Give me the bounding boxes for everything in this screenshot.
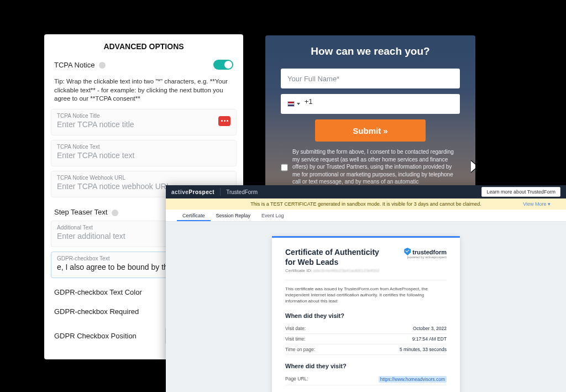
- doc-title: Certificate of Authenticity for Web Lead…: [285, 248, 379, 267]
- product-name: TrustedForm: [226, 189, 258, 195]
- us-flag-icon[interactable]: [287, 101, 295, 107]
- help-icon[interactable]: [99, 62, 106, 69]
- section-where: Where did they visit? Page URL:https://w…: [285, 363, 447, 385]
- section-when: When did they visit? Visit date:October …: [285, 312, 447, 355]
- form-preview: How can we reach you? Submit » By submit…: [265, 35, 475, 190]
- name-input[interactable]: [287, 75, 453, 83]
- tcpa-toggle[interactable]: [213, 60, 233, 70]
- tf-tabs: Certificate Session Replay Event Log: [166, 210, 566, 222]
- tcpa-tip: Tip: Wrap the clickable text into two "*…: [44, 73, 243, 109]
- tcpa-notice-label: TCPA Notice: [54, 61, 106, 69]
- chevron-down-icon[interactable]: [297, 103, 300, 105]
- certificate-document: Certificate of Authenticity for Web Lead…: [272, 236, 460, 392]
- help-icon[interactable]: [112, 210, 118, 216]
- shield-icon: [404, 248, 411, 255]
- trustedform-app: activeProspect TrustedForm Learn more ab…: [166, 185, 566, 392]
- phone-field[interactable]: [281, 94, 460, 114]
- tcpa-text-input[interactable]: [57, 150, 230, 160]
- tab-session-replay[interactable]: Session Replay: [211, 210, 256, 221]
- view-more-link[interactable]: View More ▾: [523, 201, 551, 207]
- phone-input[interactable]: [305, 97, 453, 111]
- name-field[interactable]: [281, 69, 460, 88]
- translate-icon[interactable]: [218, 116, 230, 126]
- tf-topbar: activeProspect TrustedForm Learn more ab…: [166, 185, 566, 198]
- tab-certificate[interactable]: Certificate: [177, 210, 211, 221]
- trustedform-logo: trustedform powered by activeprospect: [404, 248, 447, 259]
- doc-description: This certificate was issued by TrustedFo…: [285, 280, 447, 305]
- tcpa-text-field[interactable]: TCPA Notice Text: [51, 140, 237, 166]
- tcpa-title-field[interactable]: TCPA Notice Title: [51, 109, 237, 135]
- cert-id: Certificate ID: a8e3b4e4f0c23a41ad08123e…: [285, 268, 379, 273]
- test-banner: This is a TEST CERTIFICATE generated in …: [166, 198, 566, 210]
- tab-event-log[interactable]: Event Log: [256, 210, 290, 221]
- consent-block: By submitting the form above, I consent …: [281, 148, 460, 186]
- page-url-link[interactable]: https://www.homeadvisors.com: [379, 376, 447, 383]
- tcpa-title-input[interactable]: [57, 119, 230, 129]
- learn-more-button[interactable]: Learn more about TrustedForm: [481, 187, 560, 197]
- consent-checkbox[interactable]: [281, 149, 288, 186]
- form-title: How can we reach you?: [281, 45, 460, 58]
- panel-title: ADVANCED OPTIONS: [44, 34, 243, 56]
- speech-tail-icon: [471, 160, 475, 173]
- submit-button[interactable]: Submit »: [315, 119, 426, 142]
- consent-text: By submitting the form above, I consent …: [292, 148, 460, 186]
- brand-logo: activeProspect: [171, 189, 214, 195]
